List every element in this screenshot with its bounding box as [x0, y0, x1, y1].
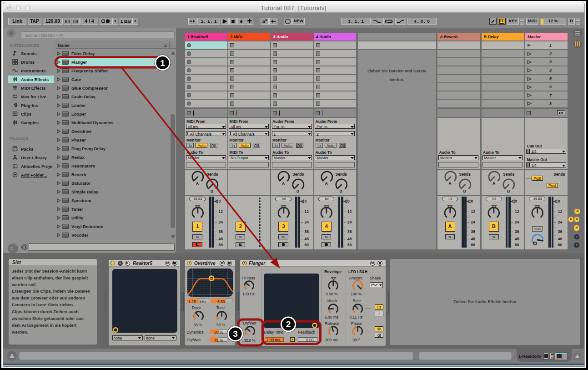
svg-text:3: 3 — [233, 329, 238, 339]
svg-text:1: 1 — [160, 58, 165, 68]
svg-text:2: 2 — [286, 319, 291, 329]
